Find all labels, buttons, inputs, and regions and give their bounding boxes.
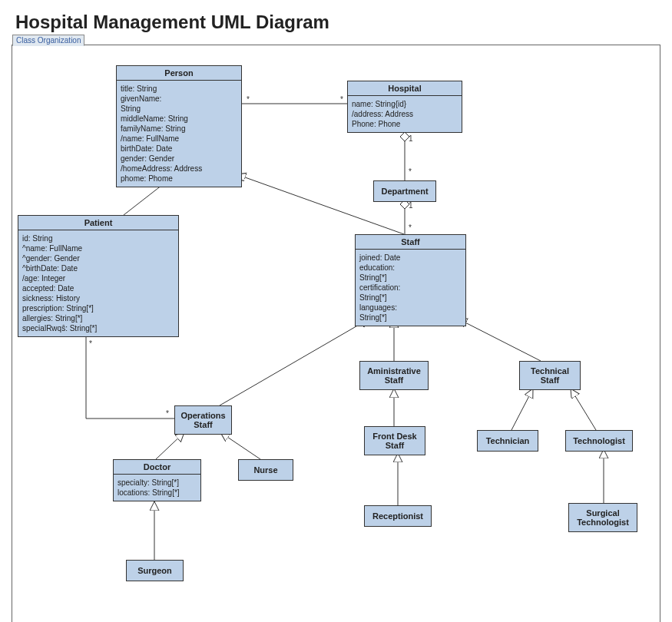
svg-text:*: *: [340, 95, 343, 104]
class-body: specialty: String[*] locations: String[*…: [114, 475, 200, 501]
class-front-desk-staff: Front Desk Staff: [364, 426, 425, 455]
svg-line-14: [156, 432, 184, 459]
class-name: Staff: [356, 235, 465, 250]
class-department: Department: [373, 180, 436, 202]
class-name: Operations Staff: [175, 409, 231, 432]
svg-text:1: 1: [409, 134, 413, 143]
svg-text:*: *: [89, 339, 92, 348]
diagram-frame: Class Organization * * 1 * 1 *: [12, 45, 660, 622]
svg-line-11: [220, 319, 369, 405]
svg-text:*: *: [409, 223, 412, 232]
class-name: Technologist: [566, 434, 632, 448]
class-administrative-staff: Aministrative Staff: [359, 361, 429, 390]
class-person: Person title: String givenName: String m…: [116, 65, 242, 187]
svg-text:*: *: [409, 167, 412, 176]
class-name: Technician: [478, 434, 538, 448]
class-name: Department: [374, 184, 435, 198]
svg-line-13: [458, 319, 541, 361]
class-receptionist: Receptionist: [364, 505, 432, 527]
class-technical-staff: Technical Staff: [519, 361, 581, 390]
class-name: Surgical Technologist: [569, 506, 637, 529]
class-body: name: String{id} /address: Address Phone…: [348, 96, 462, 132]
svg-line-18: [511, 389, 533, 430]
class-name: Aministrative Staff: [360, 364, 428, 387]
diagram-canvas: * * 1 * 1 * * *: [12, 46, 660, 622]
class-surgeon: Surgeon: [126, 560, 184, 581]
class-doctor: Doctor specialty: String[*] locations: S…: [113, 459, 201, 501]
class-name: Patient: [18, 216, 178, 230]
class-body: id: String ^name: FullName ^gender: Gend…: [18, 230, 178, 336]
class-technician: Technician: [477, 430, 538, 452]
class-patient: Patient id: String ^name: FullName ^gend…: [18, 215, 179, 337]
page-title: Hospital Management UML Diagram: [0, 0, 672, 41]
class-name: Front Desk Staff: [365, 429, 425, 452]
class-name: Hospital: [348, 81, 462, 96]
svg-text:*: *: [166, 409, 169, 418]
class-name: Receptionist: [365, 509, 431, 523]
class-name: Surgeon: [127, 564, 183, 577]
class-body: title: String givenName: String middleNa…: [117, 81, 241, 187]
class-body: joined: Date education: String[*] certif…: [356, 250, 465, 326]
class-staff: Staff joined: Date education: String[*] …: [355, 234, 466, 326]
class-name: Nurse: [239, 463, 293, 477]
tab-class-organization: Class Organization: [12, 35, 84, 46]
class-operations-staff: Operations Staff: [174, 405, 232, 435]
class-nurse: Nurse: [238, 459, 293, 481]
class-surgical-technologist: Surgical Technologist: [568, 503, 637, 532]
svg-line-19: [571, 389, 596, 430]
class-name: Person: [117, 66, 241, 81]
svg-text:1: 1: [409, 201, 413, 210]
class-technologist: Technologist: [565, 430, 633, 452]
class-hospital: Hospital name: String{id} /address: Addr…: [347, 81, 462, 133]
svg-text:*: *: [247, 95, 250, 104]
class-name: Technical Staff: [520, 364, 580, 387]
class-name: Doctor: [114, 460, 200, 475]
svg-line-15: [220, 432, 260, 459]
